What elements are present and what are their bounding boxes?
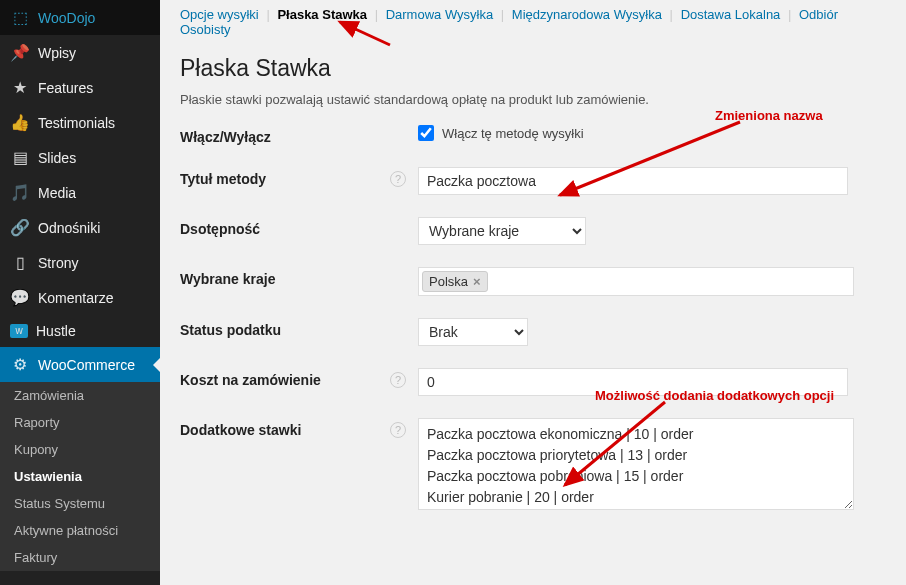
sidebar-item-posts[interactable]: 📌 Wpisy [0, 35, 160, 70]
sidebar-item-slides[interactable]: ▤ Slides [0, 140, 160, 175]
submenu-settings[interactable]: Ustawienia [0, 463, 160, 490]
availability-label: Dsotępność [180, 217, 390, 237]
title-label: Tytuł metody [180, 167, 390, 187]
gear-icon: ⚙ [10, 355, 30, 374]
availability-select[interactable]: Wybrane kraje [418, 217, 586, 245]
submenu-payments[interactable]: Aktywne płatności [0, 517, 160, 544]
hustle-icon: w [10, 324, 28, 338]
cost-label: Koszt na zamówienie [180, 368, 390, 388]
help-icon[interactable]: ? [390, 372, 406, 388]
sidebar-item-woodojo[interactable]: ⬚ WooDojo [0, 0, 160, 35]
help-icon[interactable]: ? [390, 422, 406, 438]
countries-label: Wybrane kraje [180, 267, 390, 287]
enable-checkbox[interactable] [418, 125, 434, 141]
countries-multiselect[interactable]: Polska × [418, 267, 854, 296]
submenu-invoices[interactable]: Faktury [0, 544, 160, 571]
help-icon[interactable]: ? [390, 171, 406, 187]
annotation-text-1: Zmieniona nazwa [715, 108, 823, 123]
media-icon: 🎵 [10, 183, 30, 202]
submenu-reports[interactable]: Raporty [0, 409, 160, 436]
sidebar-item-hustle[interactable]: w Hustle [0, 315, 160, 347]
additional-rates-textarea[interactable] [418, 418, 854, 510]
page-icon: ▯ [10, 253, 30, 272]
sidebar-item-pages[interactable]: ▯ Strony [0, 245, 160, 280]
star-icon: ★ [10, 78, 30, 97]
submenu-orders[interactable]: Zamówienia [0, 382, 160, 409]
enable-checkbox-label: Włącz tę metodę wysyłki [442, 126, 584, 141]
shipping-subnav: Opcje wysyłki | Płaska Stawka | Darmowa … [180, 7, 886, 37]
sidebar-item-testimonials[interactable]: 👍 Testimonials [0, 105, 160, 140]
main-content: Opcje wysyłki | Płaska Stawka | Darmowa … [160, 0, 906, 585]
submenu-coupons[interactable]: Kupony [0, 436, 160, 463]
subnav-local-delivery[interactable]: Dostawa Lokalna [681, 7, 781, 22]
subnav-options[interactable]: Opcje wysyłki [180, 7, 259, 22]
link-icon: 🔗 [10, 218, 30, 237]
tax-select[interactable]: Brak [418, 318, 528, 346]
subnav-flat-rate[interactable]: Płaska Stawka [277, 7, 367, 22]
sidebar-item-woocommerce[interactable]: ⚙ WooCommerce [0, 347, 160, 382]
subnav-free-shipping[interactable]: Darmowa Wysyłka [386, 7, 494, 22]
comment-icon: 💬 [10, 288, 30, 307]
page-title: Płaska Stawka [180, 55, 886, 82]
pin-icon: 📌 [10, 43, 30, 62]
sidebar-submenu: Zamówienia Raporty Kupony Ustawienia Sta… [0, 382, 160, 571]
sidebar-item-links[interactable]: 🔗 Odnośniki [0, 210, 160, 245]
title-input[interactable] [418, 167, 848, 195]
cost-input[interactable] [418, 368, 848, 396]
box-icon: ⬚ [10, 8, 30, 27]
tax-label: Status podatku [180, 318, 390, 338]
remove-tag-icon[interactable]: × [473, 274, 481, 289]
sidebar-item-media[interactable]: 🎵 Media [0, 175, 160, 210]
sidebar-item-features[interactable]: ★ Features [0, 70, 160, 105]
page-description: Płaskie stawki pozwalają ustawić standar… [180, 92, 886, 107]
enable-label: Włącz/Wyłącz [180, 125, 390, 145]
admin-sidebar: ⬚ WooDojo 📌 Wpisy ★ Features 👍 Testimoni… [0, 0, 160, 585]
slides-icon: ▤ [10, 148, 30, 167]
rates-label: Dodatkowe stawki [180, 418, 390, 438]
subnav-international[interactable]: Międzynarodowa Wysyłka [512, 7, 662, 22]
submenu-status[interactable]: Status Systemu [0, 490, 160, 517]
thumb-icon: 👍 [10, 113, 30, 132]
country-tag: Polska × [422, 271, 488, 292]
sidebar-item-comments[interactable]: 💬 Komentarze [0, 280, 160, 315]
